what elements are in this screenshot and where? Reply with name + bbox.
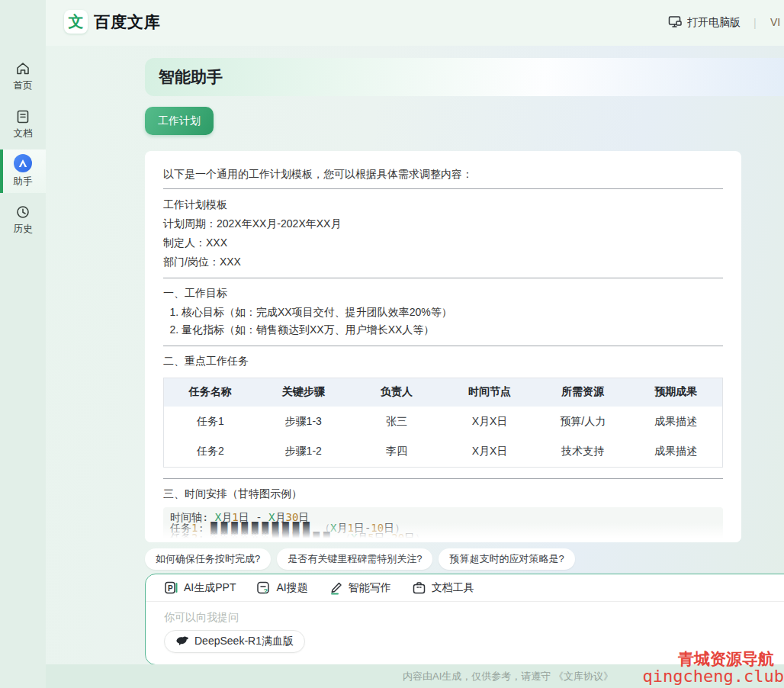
goal-list: 核心目标（如：完成XX项目交付、提升团队效率20%等） 量化指标（如：销售额达到… bbox=[163, 304, 723, 339]
ai-search-question-button[interactable]: ? AI搜题 bbox=[256, 580, 307, 595]
watermark-line2: qingcheng.club bbox=[643, 667, 784, 686]
table-cell: 任务2 bbox=[164, 437, 257, 468]
model-name: DeepSeek-R1满血版 bbox=[194, 635, 294, 648]
topbar-divider: | bbox=[753, 17, 757, 29]
meta-line: 计划周期：202X年XX月-202X年XX月 bbox=[163, 215, 723, 233]
doc-tools-button[interactable]: 文档工具 bbox=[412, 580, 474, 595]
meta-line: 工作计划模板 bbox=[163, 196, 723, 214]
question-search-icon: ? bbox=[256, 580, 271, 595]
sidebar-item-docs[interactable]: 文档 bbox=[0, 103, 46, 146]
watermark: 青城资源导航 qingcheng.club bbox=[643, 651, 784, 686]
deepseek-whale-icon bbox=[175, 635, 189, 648]
composer-toolbar: P AI生成PPT ? AI搜题 智能写作 bbox=[146, 574, 784, 602]
section-title: 三、时间安排（甘特图示例） bbox=[163, 486, 723, 501]
divider bbox=[163, 478, 723, 479]
vip-link[interactable]: VI bbox=[770, 16, 780, 28]
page-header: 智能助手 bbox=[145, 58, 784, 96]
tool-label: 文档工具 bbox=[432, 581, 474, 595]
table-cell: 步骤1-2 bbox=[257, 437, 350, 468]
table-cell: 张三 bbox=[350, 407, 443, 437]
table-header-cell: 时间节点 bbox=[443, 378, 536, 407]
ai-disclaimer: 内容由AI生成，仅供参考，请遵守 bbox=[403, 670, 551, 682]
svg-text:P: P bbox=[168, 584, 173, 593]
tool-label: AI搜题 bbox=[276, 581, 307, 595]
suggestion-chip[interactable]: 预算超支时的应对策略是? bbox=[439, 548, 574, 570]
toolbox-icon bbox=[412, 580, 426, 595]
divider bbox=[163, 278, 723, 278]
pen-icon bbox=[329, 580, 343, 595]
assistant-answer-card: 以下是一个通用的工作计划模板，您可以根据具体需求调整内容： 工作计划模板 计划周… bbox=[145, 151, 741, 542]
sidebar-item-assistant[interactable]: 助手 bbox=[0, 149, 46, 193]
meta-line: 制定人：XXX bbox=[163, 234, 723, 252]
table-header-cell: 负责人 bbox=[350, 378, 443, 407]
open-pc-label: 打开电脑版 bbox=[687, 16, 741, 30]
clock-icon bbox=[15, 204, 31, 220]
divider bbox=[163, 188, 723, 189]
table-cell: 步骤1-3 bbox=[257, 407, 350, 437]
chat-input[interactable] bbox=[164, 611, 622, 623]
goal-item: 核心目标（如：完成XX项目交付、提升团队效率20%等） bbox=[182, 304, 723, 321]
tool-label: 智能写作 bbox=[349, 581, 391, 595]
brand-name: 百度文库 bbox=[94, 11, 161, 33]
table-cell: X月X日 bbox=[443, 407, 536, 437]
answer-intro: 以下是一个通用的工作计划模板，您可以根据具体需求调整内容： bbox=[163, 166, 723, 182]
ai-ppt-button[interactable]: P AI生成PPT bbox=[164, 580, 236, 595]
suggestion-chips: 如何确保任务按时完成? 是否有关键里程碑需特别关注? 预算超支时的应对策略是? bbox=[145, 548, 784, 570]
table-header-row: 任务名称 关键步骤 负责人 时间节点 所需资源 预期成果 bbox=[164, 378, 723, 407]
model-selector-button[interactable]: DeepSeek-R1满血版 bbox=[164, 630, 305, 653]
section-title: 二、重点工作任务 bbox=[163, 353, 723, 368]
table-cell: 技术支持 bbox=[536, 437, 629, 468]
gantt-line: 任务2: ░░░░░░██████ （X月5日-20日） bbox=[170, 533, 716, 542]
smart-writing-button[interactable]: 智能写作 bbox=[329, 580, 391, 595]
sidebar-item-history[interactable]: 历史 bbox=[0, 198, 46, 242]
tool-label: AI生成PPT bbox=[184, 581, 236, 595]
table-header-cell: 任务名称 bbox=[164, 378, 257, 407]
document-icon bbox=[15, 109, 31, 124]
brand-logo[interactable]: 文 百度文库 bbox=[64, 10, 161, 34]
table-cell: X月X日 bbox=[443, 437, 536, 468]
topbar: 文 百度文库 打开电脑版 | VI bbox=[46, 0, 784, 46]
home-icon bbox=[15, 61, 31, 76]
ppt-icon: P bbox=[164, 580, 178, 595]
plan-meta: 工作计划模板 计划周期：202X年XX月-202X年XX月 制定人：XXX 部门… bbox=[163, 196, 723, 271]
page-title: 智能助手 bbox=[159, 66, 223, 88]
table-cell: 成果描述 bbox=[629, 407, 722, 437]
table-cell: 成果描述 bbox=[629, 437, 722, 468]
svg-text:?: ? bbox=[264, 587, 268, 595]
user-message-bubble: 工作计划 bbox=[145, 107, 214, 135]
library-agreement-link[interactable]: 《文库协议》 bbox=[554, 670, 613, 682]
monitor-icon bbox=[668, 15, 687, 31]
assistant-icon bbox=[14, 154, 32, 172]
sidebar-item-home[interactable]: 首页 bbox=[0, 55, 46, 98]
table-cell: 任务1 bbox=[164, 407, 257, 437]
suggestion-chip[interactable]: 如何确保任务按时完成? bbox=[145, 548, 271, 570]
wenku-logo-icon: 文 bbox=[64, 10, 88, 34]
sidebar-item-label: 首页 bbox=[14, 79, 33, 92]
task-table: 任务名称 关键步骤 负责人 时间节点 所需资源 预期成果 任务1 步骤1-3 张… bbox=[163, 378, 723, 468]
table-header-cell: 所需资源 bbox=[536, 378, 629, 407]
table-row: 任务2 步骤1-2 李四 X月X日 技术支持 成果描述 bbox=[164, 437, 723, 468]
sidebar: 首页 文档 助手 历史 bbox=[0, 0, 46, 688]
table-cell: 李四 bbox=[350, 437, 443, 468]
sidebar-item-label: 文档 bbox=[14, 127, 33, 140]
section-title: 一、工作目标 bbox=[163, 285, 723, 301]
main-area: 智能助手 工作计划 以下是一个通用的工作计划模板，您可以根据具体需求调整内容： … bbox=[46, 46, 784, 688]
open-pc-button[interactable]: 打开电脑版 bbox=[668, 15, 741, 31]
goal-item: 量化指标（如：销售额达到XX万、用户增长XX人等） bbox=[182, 321, 723, 339]
sidebar-item-label: 助手 bbox=[14, 175, 33, 188]
suggestion-chip[interactable]: 是否有关键里程碑需特别关注? bbox=[277, 548, 432, 570]
gantt-ascii-chart: 时间轴: X月1日 - X月30日任务1: ██████████ （X月1日-1… bbox=[163, 507, 723, 542]
meta-line: 部门/岗位：XXX bbox=[163, 253, 723, 271]
sidebar-item-label: 历史 bbox=[14, 223, 33, 236]
table-cell: 预算/人力 bbox=[536, 407, 629, 437]
divider bbox=[163, 346, 723, 346]
table-header-cell: 关键步骤 bbox=[257, 378, 350, 407]
table-row: 任务1 步骤1-3 张三 X月X日 预算/人力 成果描述 bbox=[164, 407, 723, 437]
watermark-line1: 青城资源导航 bbox=[643, 651, 784, 668]
table-header-cell: 预期成果 bbox=[629, 378, 722, 407]
